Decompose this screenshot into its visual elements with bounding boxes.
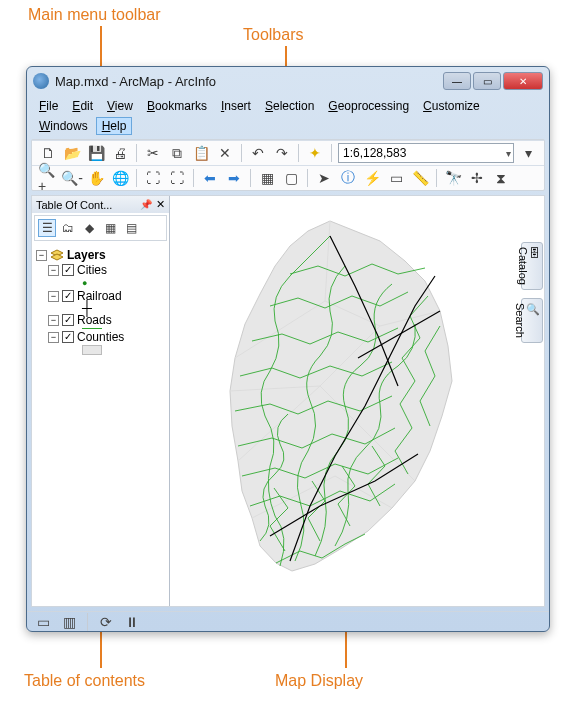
- tools-toolbar: 🔍+ 🔍- ✋ 🌐 ⛶ ⛶ ⬅ ➡ ▦ ▢ ➤ ⓘ ⚡ ▭ 📏 🔭 ✢ ⧗: [32, 165, 544, 190]
- close-button[interactable]: ✕: [503, 72, 543, 90]
- map-display[interactable]: [170, 196, 544, 606]
- forward-icon[interactable]: ➡: [224, 168, 244, 188]
- toc-options-icon[interactable]: ▤: [122, 219, 140, 237]
- side-tabs: 🗄 Catalog 🔍 Search: [521, 242, 543, 343]
- line-symbol: [82, 328, 102, 329]
- menu-bookmarks[interactable]: Bookmarks: [141, 97, 213, 115]
- layer-checkbox[interactable]: ✓: [62, 314, 74, 326]
- search-tab[interactable]: 🔍 Search: [521, 298, 543, 343]
- clear-selection-icon[interactable]: ▢: [281, 168, 301, 188]
- layers-group-label: Layers: [67, 248, 106, 262]
- layers-group[interactable]: − Layers: [36, 248, 165, 262]
- redo-icon[interactable]: ↷: [272, 143, 292, 163]
- layer-checkbox[interactable]: ✓: [62, 290, 74, 302]
- layer-label: Cities: [77, 263, 107, 277]
- layout-view-icon[interactable]: ▥: [59, 612, 79, 632]
- expander-icon[interactable]: −: [48, 291, 59, 302]
- layer-railroad[interactable]: − ✓ Railroad: [36, 289, 165, 303]
- back-icon[interactable]: ⬅: [200, 168, 220, 188]
- layers-icon: [50, 249, 64, 261]
- layer-cities[interactable]: − ✓ Cities: [36, 263, 165, 277]
- fixed-zoom-out-icon[interactable]: ⛶: [167, 168, 187, 188]
- list-by-source-icon[interactable]: 🗂: [59, 219, 77, 237]
- toc-header[interactable]: Table Of Cont... 📌 ✕: [32, 196, 169, 213]
- expander-icon[interactable]: −: [48, 332, 59, 343]
- statusbar: ▭ ▥ ⟳ ⏸: [27, 611, 549, 631]
- pan-icon[interactable]: ✋: [86, 168, 106, 188]
- toc-close-icon[interactable]: ✕: [156, 198, 165, 211]
- scale-dropdown-icon[interactable]: ▾: [518, 143, 538, 163]
- layer-checkbox[interactable]: ✓: [62, 264, 74, 276]
- layer-checkbox[interactable]: ✓: [62, 331, 74, 343]
- cut-icon[interactable]: ✂: [143, 143, 163, 163]
- catalog-tab-label: Catalog: [517, 247, 529, 285]
- menu-customize[interactable]: Customize: [417, 97, 486, 115]
- window-title: Map.mxd - ArcMap - ArcInfo: [55, 74, 443, 89]
- client-area: Table Of Cont... 📌 ✕ ☰ 🗂 ◆ ▦ ▤ − Layers …: [31, 195, 545, 607]
- hyperlink-icon[interactable]: ⚡: [362, 168, 382, 188]
- map-canvas: [180, 206, 520, 606]
- annotation-toc: Table of contents: [24, 672, 145, 690]
- titlebar[interactable]: Map.mxd - ArcMap - ArcInfo — ▭ ✕: [27, 67, 549, 95]
- toc-title: Table Of Cont...: [36, 199, 112, 211]
- menu-insert[interactable]: Insert: [215, 97, 257, 115]
- pause-icon[interactable]: ⏸: [122, 612, 142, 632]
- maximize-button[interactable]: ▭: [473, 72, 501, 90]
- menu-help[interactable]: Help: [96, 117, 133, 135]
- menu-selection[interactable]: Selection: [259, 97, 320, 115]
- menu-windows[interactable]: Windows: [33, 117, 94, 135]
- layer-tree: − Layers − ✓ Cities ● − ✓ Railroad: [32, 243, 169, 606]
- pin-icon[interactable]: 📌: [140, 199, 152, 210]
- layer-roads[interactable]: − ✓ Roads: [36, 313, 165, 327]
- list-by-visibility-icon[interactable]: ◆: [80, 219, 98, 237]
- measure-icon[interactable]: 📏: [410, 168, 430, 188]
- print-icon[interactable]: 🖨: [110, 143, 130, 163]
- list-by-selection-icon[interactable]: ▦: [101, 219, 119, 237]
- zoom-out-icon[interactable]: 🔍-: [62, 168, 82, 188]
- fill-symbol: [82, 345, 102, 355]
- new-icon[interactable]: 🗋: [38, 143, 58, 163]
- data-view-icon[interactable]: ▭: [33, 612, 53, 632]
- expander-icon[interactable]: −: [36, 250, 47, 261]
- legend-counties: [36, 345, 165, 355]
- legend-cities: ●: [36, 278, 165, 288]
- time-slider-icon[interactable]: ⧗: [491, 168, 511, 188]
- expander-icon[interactable]: −: [48, 265, 59, 276]
- paste-icon[interactable]: 📋: [191, 143, 211, 163]
- expander-icon[interactable]: −: [48, 315, 59, 326]
- copy-icon[interactable]: ⧉: [167, 143, 187, 163]
- full-extent-icon[interactable]: 🌐: [110, 168, 130, 188]
- html-popup-icon[interactable]: ▭: [386, 168, 406, 188]
- menu-file[interactable]: File: [33, 97, 64, 115]
- add-data-icon[interactable]: ✦: [305, 143, 325, 163]
- refresh-icon[interactable]: ⟳: [96, 612, 116, 632]
- go-to-xy-icon[interactable]: ✢: [467, 168, 487, 188]
- catalog-tab[interactable]: 🗄 Catalog: [521, 242, 543, 290]
- table-of-contents: Table Of Cont... 📌 ✕ ☰ 🗂 ◆ ▦ ▤ − Layers …: [32, 196, 170, 606]
- identify-icon[interactable]: ⓘ: [338, 168, 358, 188]
- menu-geoprocessing[interactable]: Geoprocessing: [322, 97, 415, 115]
- delete-icon[interactable]: ✕: [215, 143, 235, 163]
- undo-icon[interactable]: ↶: [248, 143, 268, 163]
- layer-counties[interactable]: − ✓ Counties: [36, 330, 165, 344]
- select-features-icon[interactable]: ▦: [257, 168, 277, 188]
- annotation-toolbars: Toolbars: [243, 26, 303, 44]
- legend-roads: [36, 328, 165, 329]
- find-icon[interactable]: 🔭: [443, 168, 463, 188]
- search-icon: 🔍: [526, 303, 540, 319]
- railroad-symbol: ┼: [82, 304, 92, 312]
- app-window: Map.mxd - ArcMap - ArcInfo — ▭ ✕ File Ed…: [26, 66, 550, 632]
- open-icon[interactable]: 📂: [62, 143, 82, 163]
- layer-label: Counties: [77, 330, 124, 344]
- menu-edit[interactable]: Edit: [66, 97, 99, 115]
- point-symbol: ●: [82, 278, 87, 288]
- select-elements-icon[interactable]: ➤: [314, 168, 334, 188]
- catalog-icon: 🗄: [529, 247, 540, 263]
- list-by-drawing-order-icon[interactable]: ☰: [38, 219, 56, 237]
- save-icon[interactable]: 💾: [86, 143, 106, 163]
- fixed-zoom-in-icon[interactable]: ⛶: [143, 168, 163, 188]
- menu-view[interactable]: View: [101, 97, 139, 115]
- scale-combo[interactable]: 1:6,128,583: [338, 143, 514, 163]
- zoom-in-icon[interactable]: 🔍+: [38, 168, 58, 188]
- minimize-button[interactable]: —: [443, 72, 471, 90]
